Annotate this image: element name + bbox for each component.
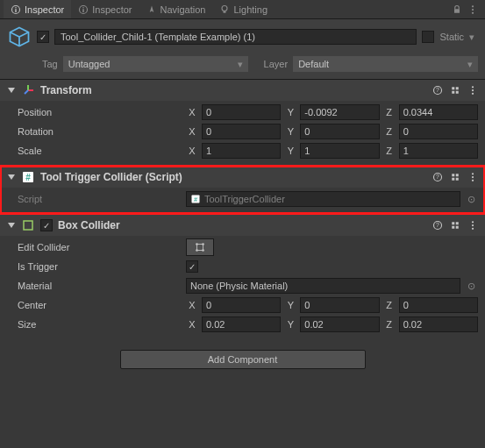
tab-inspector-2[interactable]: Inspector (71, 0, 139, 18)
object-picker-icon[interactable]: ⊙ (464, 281, 478, 292)
svg-marker-17 (8, 88, 15, 93)
svg-rect-25 (452, 91, 454, 94)
add-component-button[interactable]: Add Component (120, 350, 366, 369)
position-z-input[interactable] (399, 104, 478, 120)
edit-collider-icon (194, 241, 206, 253)
svg-rect-49 (456, 222, 459, 224)
tab-lighting[interactable]: Lighting (212, 0, 275, 18)
tab-navigation[interactable]: Navigation (139, 0, 213, 18)
position-x-input[interactable] (202, 104, 281, 120)
menu-icon[interactable] (467, 4, 478, 15)
gameobject-active-checkbox[interactable] (37, 31, 49, 43)
svg-rect-37 (452, 178, 454, 181)
rotation-y-input[interactable] (300, 124, 379, 139)
svg-point-52 (472, 221, 474, 223)
size-y-input[interactable] (300, 316, 379, 332)
transform-component: Transform ? Position X Y Z Rotation X Y … (0, 79, 485, 166)
scale-y-input[interactable] (300, 143, 379, 159)
lightbulb-icon (219, 4, 230, 15)
foldout-icon[interactable] (7, 173, 16, 181)
svg-line-15 (19, 32, 29, 37)
position-y-input[interactable] (300, 104, 379, 120)
svg-rect-45 (24, 221, 32, 230)
svg-marker-30 (8, 174, 15, 180)
center-x-input[interactable] (202, 297, 281, 313)
gameobject-name-input[interactable] (54, 29, 417, 45)
svg-point-12 (472, 11, 474, 13)
scale-label: Scale (7, 146, 182, 156)
help-icon[interactable]: ? (432, 220, 443, 231)
svg-point-57 (202, 243, 204, 245)
svg-line-14 (11, 32, 20, 37)
svg-rect-8 (224, 11, 226, 12)
tab-bar: Inspector Inspector Navigation Lighting (0, 0, 485, 19)
rotation-x-input[interactable] (202, 124, 281, 139)
static-label: Static (439, 32, 464, 42)
svg-text:?: ? (436, 174, 439, 180)
svg-point-11 (472, 8, 474, 10)
script-title: Tool Trigger Collider (Script) (40, 171, 182, 183)
svg-point-1 (15, 7, 17, 9)
box-collider-header[interactable]: Box Collider ? (0, 215, 485, 236)
menu-icon[interactable] (467, 172, 478, 182)
svg-text:#: # (25, 173, 31, 182)
static-checkbox[interactable] (422, 31, 434, 43)
svg-point-59 (202, 249, 204, 252)
svg-line-20 (25, 90, 28, 94)
svg-point-58 (196, 249, 198, 252)
svg-rect-24 (456, 87, 459, 89)
transform-icon (21, 83, 35, 97)
help-icon[interactable]: ? (432, 172, 443, 182)
foldout-icon[interactable] (7, 86, 16, 95)
edit-collider-button[interactable] (186, 238, 214, 256)
center-label: Center (7, 300, 182, 310)
tag-layer-row: Tag Untagged Layer Default (0, 54, 485, 79)
size-x-input[interactable] (202, 316, 281, 332)
svg-rect-50 (452, 226, 454, 229)
preset-icon[interactable] (450, 172, 460, 182)
foldout-icon[interactable] (7, 221, 16, 230)
preset-icon[interactable] (450, 220, 460, 231)
preset-icon[interactable] (450, 85, 460, 96)
svg-rect-23 (452, 87, 454, 89)
lock-icon[interactable] (452, 4, 462, 15)
tab-label: Lighting (233, 4, 267, 15)
static-dropdown-arrow[interactable]: ▾ (469, 32, 478, 43)
script-field: # ToolTriggerCollider (186, 191, 460, 207)
script-header[interactable]: # Tool Trigger Collider (Script) ? (0, 167, 485, 188)
svg-point-10 (472, 5, 474, 7)
info-icon (78, 4, 89, 15)
material-field[interactable]: None (Physic Material) (186, 278, 460, 294)
menu-icon[interactable] (467, 85, 478, 96)
tab-label: Inspector (92, 4, 132, 15)
svg-rect-5 (83, 9, 85, 12)
svg-point-7 (222, 5, 227, 11)
svg-rect-35 (452, 174, 454, 176)
svg-rect-38 (456, 178, 459, 181)
edit-collider-label: Edit Collider (7, 242, 182, 252)
menu-icon[interactable] (467, 220, 478, 231)
tag-dropdown[interactable]: Untagged (63, 56, 248, 72)
rotation-label: Rotation (7, 126, 182, 137)
help-icon[interactable]: ? (432, 85, 443, 96)
scale-x-input[interactable] (202, 143, 281, 159)
center-z-input[interactable] (399, 297, 478, 313)
svg-point-41 (472, 180, 474, 181)
object-picker-icon[interactable]: ⊙ (464, 194, 478, 205)
tag-label: Tag (42, 59, 58, 69)
box-collider-enable-checkbox[interactable] (40, 219, 53, 231)
scale-z-input[interactable] (399, 143, 478, 159)
add-component-row: Add Component (0, 339, 485, 380)
size-z-input[interactable] (399, 316, 478, 332)
svg-point-28 (472, 89, 474, 91)
center-y-input[interactable] (300, 297, 379, 313)
layer-dropdown[interactable]: Default (293, 56, 478, 72)
transform-header[interactable]: Transform ? (0, 80, 485, 101)
tab-label: Inspector (25, 4, 64, 15)
rotation-z-input[interactable] (399, 124, 478, 139)
script-component: # Tool Trigger Collider (Script) ? Scrip… (0, 166, 485, 214)
material-label: Material (7, 281, 182, 291)
is-trigger-checkbox[interactable] (186, 260, 198, 273)
script-label: Script (7, 194, 182, 204)
tab-inspector-1[interactable]: Inspector (4, 0, 71, 18)
